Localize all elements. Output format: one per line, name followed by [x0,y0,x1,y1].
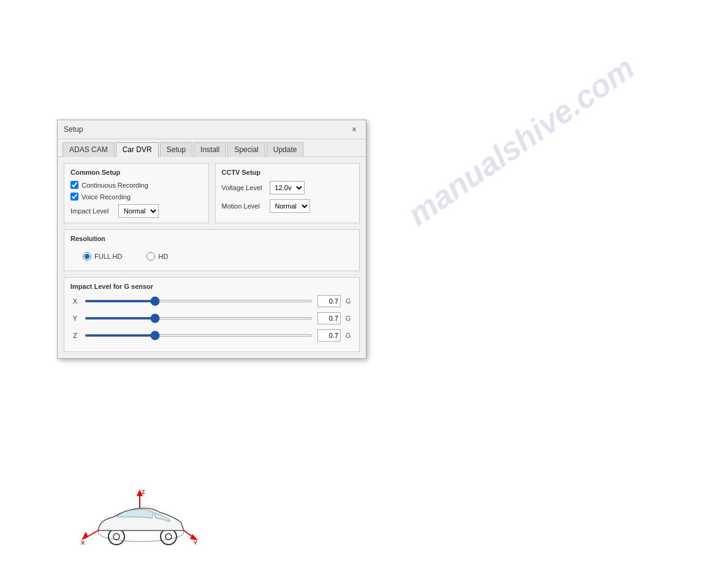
gsensor-z-slider-container [85,334,313,337]
motion-level-label: Motion Level [222,202,265,210]
svg-text:X: X [81,540,85,546]
top-sections-row: Common Setup Continuous Recording Voice … [64,163,360,223]
resolution-section: Resolution FULL HD HD [64,229,360,271]
svg-point-1 [108,529,124,545]
setup-dialog: Setup × ADAS CAM Car DVR Setup Install S… [57,120,366,359]
gsensor-title: Impact Level for G sensor [70,283,353,290]
cctv-setup-section: CCTV Setup Voltage Level 11.0v 11.5v 12.… [215,163,360,223]
tab-adas-cam[interactable]: ADAS CAM [63,142,115,157]
dialog-titlebar: Setup × [58,120,366,139]
continuous-recording-label: Continuous Recording [82,182,148,189]
gsensor-x-slider-container [85,300,313,302]
voltage-level-select[interactable]: 11.0v 11.5v 12.0v 12.5v [270,181,305,194]
gsensor-y-row: Y 0.7 G [70,312,353,324]
voice-recording-label: Voice Recording [82,193,131,201]
tab-car-dvr[interactable]: Car DVR [116,142,159,157]
svg-text:Z: Z [142,489,145,495]
gsensor-z-value: 0.7 [317,329,341,342]
gsensor-z-unit: G [346,332,353,339]
impact-level-select[interactable]: Low Normal High [118,204,159,218]
tab-update[interactable]: Update [267,142,304,157]
gsensor-y-unit: G [346,315,353,322]
continuous-recording-checkbox[interactable] [70,181,78,189]
resolution-hd-label: HD [158,253,168,260]
svg-point-2 [113,534,119,540]
impact-level-label: Impact Level [70,207,113,215]
voice-recording-checkbox[interactable] [70,193,78,201]
gsensor-y-slider[interactable] [85,317,313,320]
tab-install[interactable]: Install [194,142,226,157]
common-setup-title: Common Setup [70,169,202,176]
gsensor-y-slider-container [85,317,313,320]
voltage-level-row: Voltage Level 11.0v 11.5v 12.0v 12.5v [222,181,354,194]
gsensor-z-label: Z [70,332,80,339]
dialog-content: Common Setup Continuous Recording Voice … [58,157,366,358]
gsensor-y-label: Y [70,315,80,322]
resolution-hd-radio[interactable] [146,252,155,261]
gsensor-x-value: 0.7 [317,295,341,307]
gsensor-x-unit: G [346,297,353,305]
close-button[interactable]: × [349,124,360,135]
voltage-level-label: Voltage Level [222,184,265,191]
resolution-title: Resolution [70,235,353,242]
tab-special[interactable]: Special [227,142,265,157]
gsensor-y-value: 0.7 [317,312,341,324]
resolution-fullhd-radio[interactable] [83,252,91,261]
car-illustration: Z X Y [80,486,202,554]
motion-level-select[interactable]: Low Normal High [270,199,310,213]
gsensor-x-label: X [70,297,80,305]
svg-text:Y: Y [194,540,197,546]
resolution-fullhd-item: FULL HD [83,252,122,261]
tab-bar: ADAS CAM Car DVR Setup Install Special U… [58,139,366,157]
resolution-hd-item: HD [146,252,168,261]
svg-point-3 [161,529,176,545]
voice-recording-row: Voice Recording [70,193,202,201]
common-setup-section: Common Setup Continuous Recording Voice … [64,163,209,223]
impact-level-row: Impact Level Low Normal High [70,204,202,218]
gsensor-x-row: X 0.7 G [70,295,353,307]
gsensor-section: Impact Level for G sensor X 0.7 G Y 0.7 … [64,277,360,352]
resolution-radio-row: FULL HD HD [70,247,353,266]
resolution-fullhd-label: FULL HD [94,253,122,260]
tab-setup[interactable]: Setup [160,142,192,157]
gsensor-z-row: Z 0.7 G [70,329,353,342]
cctv-setup-title: CCTV Setup [222,169,354,176]
motion-level-row: Motion Level Low Normal High [222,199,354,213]
svg-point-4 [165,534,172,540]
gsensor-x-slider[interactable] [85,300,313,302]
gsensor-z-slider[interactable] [85,334,313,337]
continuous-recording-row: Continuous Recording [70,181,202,189]
svg-marker-9 [82,532,88,540]
watermark: manualshive.com [401,49,641,232]
dialog-title: Setup [64,125,83,134]
